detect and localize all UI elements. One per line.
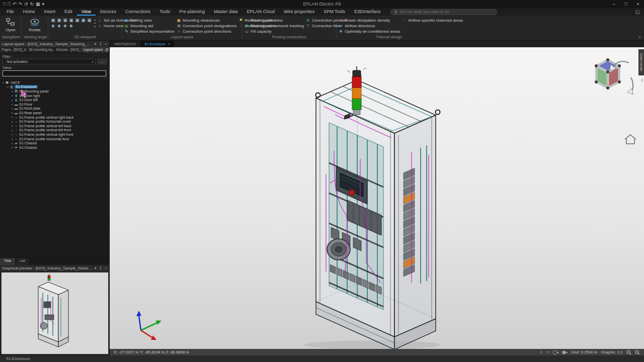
filter-combobox[interactable]: - Not activated - ▾ [3, 59, 96, 64]
menu-tab-spm-tools[interactable]: SPM Tools [319, 9, 350, 16]
mounting-clearances-button[interactable]: ▣Mounting clearances [177, 18, 236, 23]
gallery-scroll[interactable]: ▴ ▾ ▾ [94, 17, 96, 28]
back-icon[interactable]: ↺ [24, 2, 28, 7]
navigator-tab-2[interactable]: Devices - [EES]_In... [55, 47, 82, 53]
connection-point-designations-button[interactable]: ⊞Connection point designations [177, 23, 236, 28]
menu-tab-pre-planning[interactable]: Pre-planning [175, 9, 209, 16]
menu-tab-master-data[interactable]: Master data [209, 9, 243, 16]
gallery-up-icon[interactable]: ▴ [94, 18, 96, 21]
tree-item-s1-frame-profile-vertical-right-front[interactable]: ▸▫S1:Frame profile vertical right front [0, 132, 109, 137]
minimize-button[interactable]: – [608, 0, 620, 8]
viewpoint-cube-gallery[interactable]: ▣▣▣▣▣▣▣ ◈◈◈◈ [50, 17, 92, 28]
tree-item-s1-mounting-panel[interactable]: ▸▤S1:Mounting panel [0, 89, 109, 94]
rotate-button[interactable]: Rotate [26, 17, 43, 32]
navigator-tab-3[interactable]: Layout space - [E... [82, 47, 109, 53]
drilling-view-button[interactable]: ◉Drilling view [124, 18, 175, 23]
menu-tab-home[interactable]: Home [19, 9, 40, 16]
twisty-icon[interactable]: ▸ [11, 103, 14, 106]
bottom-tab-list[interactable]: List [16, 258, 30, 265]
airflow-directions-button[interactable]: ⇄Airflow directions [339, 23, 400, 28]
tree-item-s1-door-right[interactable]: ▸▮S1:Door right [0, 94, 109, 98]
menu-tab-insert[interactable]: Insert [40, 9, 60, 16]
redo-icon[interactable]: ↷ [18, 2, 22, 7]
zoom-in-icon[interactable] [626, 350, 631, 355]
power-dissipation-density-button[interactable]: ≋Power dissipation density [339, 18, 400, 23]
optimally-air-conditioned-areas-button[interactable]: ❄Optimally air-conditioned areas [339, 29, 400, 34]
zoom-out-icon[interactable] [635, 350, 640, 355]
menu-tab-view[interactable]: View [77, 9, 96, 16]
undo-icon[interactable]: ↶ [13, 2, 17, 7]
airflow-specific-reserved-areas-button[interactable]: ▫Airflow-specific reserved areas [402, 18, 463, 23]
tree-item-s1-frame-profile-vertical-left-front[interactable]: ▸▫S1:Frame profile vertical left front [0, 128, 109, 133]
filter-more-button[interactable]: ... [98, 59, 107, 64]
value-input[interactable] [3, 70, 106, 76]
twisty-icon[interactable]: ▸ [11, 116, 14, 119]
tell-me-search[interactable] [390, 9, 497, 15]
twisty-icon[interactable]: ▸ [11, 146, 14, 149]
bottom-tab-tree[interactable]: Tree [0, 258, 16, 265]
menu-tab-file[interactable]: File [2, 9, 19, 16]
tree-item-s1-chassis[interactable]: ▸▰S1:Chassis [0, 141, 109, 145]
maximize-button[interactable]: □ [620, 0, 632, 8]
menu-tab-connections[interactable]: Connections [121, 9, 155, 16]
twisty-icon[interactable]: ▸ [11, 89, 14, 93]
preview-close-icon[interactable]: × [105, 266, 107, 270]
viewpoint-cube-icon[interactable]: ▣ [80, 18, 86, 23]
viewpoint-cube-icon[interactable]: ▣ [87, 18, 92, 23]
menu-tab-wire-properties[interactable]: Wire properties [279, 9, 319, 16]
layer-icon[interactable]: ◯▾ [552, 350, 558, 354]
tab-s1-enclosure[interactable]: S1:Enclosure × [140, 41, 174, 47]
tree-item-s1-door-left[interactable]: ▸▮S1:Door left [0, 98, 109, 102]
tree-item-s1-enclosure[interactable]: ▾▥S1:Enclosure [0, 85, 109, 89]
table-icon[interactable]: ▦ [36, 2, 40, 7]
twisty-icon[interactable]: ▸ [11, 137, 14, 140]
tree-item-s1-frame-profile-horizontal-cover[interactable]: ▸▫S1:Frame profile horizontal cover [0, 119, 109, 124]
preview-pin-icon[interactable]: ↧ [99, 266, 103, 270]
insert-center-tab[interactable]: Insert center [638, 49, 644, 75]
simplified-representation-button[interactable]: ✎Simplified representation [124, 29, 175, 34]
grid-toggle-icon[interactable]: ▦▾ [562, 350, 568, 354]
twisty-icon[interactable]: ▾ [6, 85, 10, 88]
navigator-tab-1[interactable]: 3D mounting lay... [27, 47, 54, 53]
viewpoint-rotate-icon[interactable]: ◈ [68, 23, 74, 28]
gallery-down-icon[interactable]: ▾ [94, 21, 96, 25]
menu-tab-edit[interactable]: Edit [60, 9, 77, 16]
twisty-icon[interactable]: ▸ [11, 107, 14, 110]
search-input[interactable] [399, 10, 493, 14]
viewpoint-cube-icon[interactable]: ▣ [74, 18, 80, 23]
panel-dropdown-icon[interactable]: ▾ [95, 42, 97, 46]
twisty-icon[interactable]: ▸ [11, 111, 14, 114]
routing-path-view-button[interactable]: ⌐Routing path view [245, 18, 304, 23]
tree-item-s1-chassis[interactable]: ▸▰S1:Chassis [0, 145, 109, 150]
tree-item-s1-floor[interactable]: ▸▬S1:Floor [0, 102, 109, 107]
menu-tab-tools[interactable]: Tools [155, 9, 175, 16]
tab-mcp-sch[interactable]: +MCP&SCH/1 [110, 41, 140, 47]
panel-pin-icon[interactable]: ↧ [99, 42, 103, 46]
tree-item-mcp[interactable]: ▾▣+MCP [0, 80, 109, 85]
panel-close-icon[interactable]: × [105, 42, 107, 46]
customize-caret-icon[interactable]: ▾ [42, 2, 45, 7]
viewpoint-cube-icon[interactable]: ▣ [50, 18, 56, 23]
connection-point-directions-button[interactable]: ⊹Connection point directions [177, 29, 236, 34]
enclosure-3d-model[interactable] [316, 66, 440, 349]
preview-dropdown-icon[interactable]: ▾ [95, 266, 97, 270]
menu-tab-devices[interactable]: Devices [96, 9, 121, 16]
twisty-icon[interactable]: ▸ [11, 129, 14, 132]
cube-home-button[interactable] [625, 135, 636, 144]
fill-capacity-button[interactable]: ⊔Fill capacity [245, 29, 304, 34]
forward-icon[interactable]: ↻ [30, 2, 34, 7]
close-button[interactable]: × [632, 0, 644, 8]
tree-item-s1-frame-profile-vertical-right-back[interactable]: ▸▫S1:Frame profile vertical right back [0, 115, 109, 120]
viewpoint-rotate-icon[interactable]: ◈ [62, 23, 68, 28]
viewpoint-cube-icon[interactable]: ▣ [68, 18, 74, 23]
tree-item-s1-rear-panel[interactable]: ▸▬S1:Rear panel [0, 111, 109, 115]
twisty-icon[interactable]: ▸ [11, 133, 14, 136]
workspace-layout-icon[interactable]: ◱ [635, 9, 644, 15]
viewport-side-pin-icon[interactable]: ↧ [640, 78, 643, 82]
gallery-more-icon[interactable]: ▾ [94, 25, 96, 28]
mounting-aid-button[interactable]: ▤Mounting aid [124, 23, 175, 28]
tab-close-icon[interactable]: × [168, 42, 170, 46]
viewpoint-rotate-icon[interactable]: ◈ [50, 23, 56, 28]
3d-viewport[interactable]: Insert center ↧ [110, 47, 644, 349]
viewpoint-rotate-icon[interactable]: ◈ [56, 23, 62, 28]
